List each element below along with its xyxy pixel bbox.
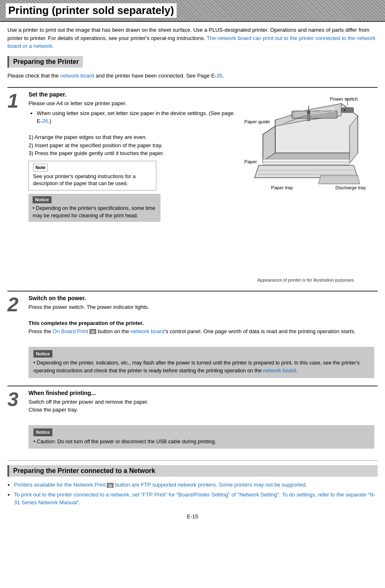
step1-number: 1 <box>7 91 26 111</box>
step3-body: Switch off the printer power and remove … <box>28 398 374 449</box>
on-board-print-link[interactable]: On Board Print <box>53 328 88 334</box>
svg-rect-16 <box>307 113 310 121</box>
step1-container: 1 Set the paper. Please use A4 or letter… <box>7 87 378 287</box>
notice-text1: • Depending on the printer's specificati… <box>33 205 156 219</box>
step1-instruction2: 2) Insert paper at the specified positio… <box>28 141 238 150</box>
step1-instruction1: 1) Arrange the paper edges so that they … <box>28 133 238 141</box>
check-text: Please check that the network board and … <box>7 72 378 80</box>
step3-notice-box: Notice • Caution: Do not turn off the po… <box>28 425 374 449</box>
note-text: See your printer's operating instruction… <box>33 173 152 188</box>
step3-number: 3 <box>7 390 26 409</box>
printer-illustration <box>242 95 366 207</box>
svg-rect-18 <box>341 108 354 113</box>
intro-paragraph: Use a printer to print out the image tha… <box>7 26 378 50</box>
print-icon: ▤ <box>90 329 96 334</box>
section1-header: Preparing the Printer <box>7 56 83 68</box>
step1-note-box: Note See your printer's operating instru… <box>28 161 156 191</box>
page-link-26[interactable]: 26 <box>42 118 48 124</box>
notice-text3: • Caution: Do not turn off the power or … <box>33 438 369 446</box>
step1-body: Please use A4 or letter size printer pap… <box>28 99 238 222</box>
step2-body: Press the power switch. The power indica… <box>28 303 374 378</box>
section2-header: Preparing the Printer connected to a Net… <box>7 465 378 477</box>
svg-marker-10 <box>263 162 350 165</box>
step2-title: Switch on the power. <box>28 295 374 301</box>
step2-content: Switch on the power. Press the power swi… <box>28 295 378 381</box>
network-board-link1[interactable]: network board <box>60 73 94 79</box>
printer-diagram: Power switch Paper guide Paper Paper tra… <box>238 91 374 287</box>
step3-content: When finished printing... Switch off the… <box>28 390 378 452</box>
notice-text2: • Depending on the printer, indicators, … <box>33 359 369 375</box>
step3-container: 3 When finished printing... Switch off t… <box>7 386 378 452</box>
step1-notice-box: Notice • Depending on the printer's spec… <box>28 194 161 222</box>
page-wrapper: Printing (printer sold separately) Use a… <box>0 0 385 528</box>
page-title: Printing (printer sold separately) <box>6 3 177 18</box>
page-number: E-15 <box>7 513 378 524</box>
step2-bold: This completes the preparation of the pr… <box>28 320 144 326</box>
network-board-link3[interactable]: network board <box>263 368 296 374</box>
step1-instruction3: 3) Press the paper guide gently until it… <box>28 149 238 158</box>
network-print-icon: ▤ <box>107 483 113 488</box>
section2-bullet1: Printers available for the Network Print… <box>14 481 378 489</box>
step2-notice-box: Notice • Depending on the printer, indic… <box>28 347 374 378</box>
step2-number: 2 <box>7 295 26 315</box>
notice-label3: Notice <box>33 428 52 436</box>
section1: Preparing the Printer Please check that … <box>7 56 378 452</box>
section2-bullets: Printers available for the Network Print… <box>14 481 378 507</box>
svg-point-19 <box>343 109 346 111</box>
title-bar: Printing (printer sold separately) <box>0 0 385 22</box>
network-board-link2[interactable]: network board <box>130 328 164 334</box>
step1-content: Set the paper. Please use A4 or letter s… <box>28 91 378 287</box>
svg-marker-9 <box>263 159 350 162</box>
page-link-35[interactable]: 35 <box>217 73 222 79</box>
step2-container: 2 Switch on the power. Press the power s… <box>7 291 378 381</box>
step1-title: Set the paper. <box>28 91 238 98</box>
printer-caption: Appearance of printer is for illustratio… <box>242 278 370 282</box>
notice-label1: Notice <box>33 196 52 203</box>
svg-marker-15 <box>319 176 360 184</box>
note-label: Note <box>33 164 48 172</box>
content-area: Use a printer to print out the image tha… <box>0 22 385 528</box>
notice-label2: Notice <box>33 350 52 358</box>
section2-bullet2: To print out to the printer connected to… <box>14 491 378 507</box>
step1-left: Set the paper. Please use A4 or letter s… <box>28 91 238 224</box>
step3-title: When finished printing... <box>28 390 374 396</box>
section2: Preparing the Printer connected to a Net… <box>7 460 378 507</box>
